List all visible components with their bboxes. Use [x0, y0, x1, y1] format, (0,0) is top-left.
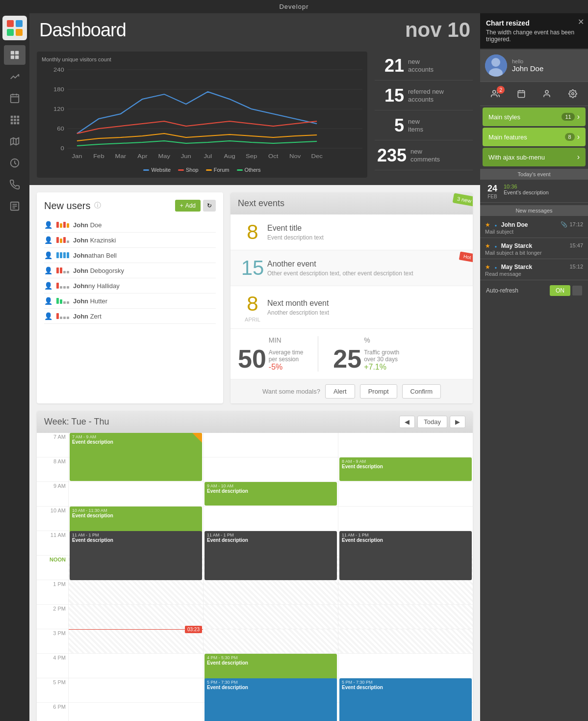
person-icon-btn[interactable]	[537, 86, 556, 102]
event-title: Event title	[267, 224, 465, 233]
event-number: 8	[238, 220, 267, 244]
list-item[interactable]: 👤 John Krazinski	[44, 233, 216, 248]
user-bars	[56, 298, 69, 304]
message-item[interactable]: ★ ● John Doe 📎 17:12 Mail subject	[480, 217, 588, 238]
todays-event-item: 24 FEB 10:36 Event's description	[480, 181, 588, 203]
alert-button[interactable]: Alert	[325, 384, 355, 399]
prev-button[interactable]: ◀	[399, 416, 415, 428]
svg-text:60: 60	[57, 126, 64, 132]
sidebar-item-chart[interactable]	[4, 67, 26, 86]
divider	[318, 336, 318, 372]
sender-name: May Starck	[501, 242, 532, 249]
time-slot: 10 AM	[37, 507, 68, 531]
sidebar-item-note[interactable]	[4, 196, 26, 216]
star-icon: ★	[485, 264, 490, 270]
event-month: FEB	[485, 194, 500, 199]
close-icon[interactable]: ✕	[578, 17, 584, 27]
sidebar-logo[interactable]	[2, 16, 27, 40]
list-item[interactable]: 👤 John Debogorsky	[44, 263, 216, 278]
time-indicator: 03:23	[185, 626, 202, 633]
event-title: Event description	[207, 537, 334, 543]
event-desc: Event's description	[504, 189, 549, 195]
messages-header: New messages	[480, 205, 588, 216]
message-subject: Read message	[485, 271, 583, 277]
calendar-event[interactable]: 11 AM - 1 PM Event description	[70, 531, 202, 580]
calendar-event[interactable]: 9 AM - 10 AM Event description	[205, 482, 337, 506]
stat-accounts-label: newaccounts	[408, 58, 434, 73]
traffic-change: +7.1%	[364, 363, 399, 372]
calendar-event[interactable]: 11 AM - 1 PM Event description	[339, 531, 472, 580]
cal-slot	[338, 580, 473, 605]
settings-icon-btn[interactable]	[563, 86, 582, 102]
menu-badge: 11	[562, 113, 574, 121]
chart-legend: Website Shop Forum Others	[42, 167, 362, 173]
svg-text:120: 120	[53, 107, 64, 112]
event-title: Event description	[207, 685, 334, 690]
menu-item-main-features[interactable]: Main features 8 ›	[483, 128, 586, 146]
chevron-right-icon: ›	[577, 153, 580, 161]
calendar-icon-btn[interactable]	[512, 86, 531, 102]
user-list: 👤 John Doe 👤	[44, 217, 216, 324]
list-item[interactable]: 👤 Johnny Halliday	[44, 278, 216, 294]
svg-rect-14	[17, 116, 20, 118]
user-hello: hello	[512, 58, 543, 64]
list-item[interactable]: 👤 John Zert	[44, 309, 216, 324]
confirm-button[interactable]: Confirm	[402, 384, 441, 399]
calendar-event[interactable]: 8 AM - 9 AM Event description	[339, 457, 472, 481]
bar	[60, 223, 62, 228]
svg-marker-21	[11, 138, 19, 145]
time-slot: 1 PM	[37, 580, 68, 605]
users-icon-btn[interactable]: 2	[486, 86, 505, 102]
event-time: 10 AM - 11:30 AM	[72, 508, 200, 513]
refresh-button[interactable]: ↻	[203, 200, 216, 212]
sidebar-item-grid[interactable]	[4, 110, 26, 130]
events-panel: Next events 3 new 8 Event title Event de…	[230, 192, 473, 403]
calendar-event[interactable]: 5 PM - 7:30 PM Event description	[339, 678, 472, 721]
sidebar-item-dashboard[interactable]	[4, 45, 26, 65]
person-icon: 👤	[44, 297, 52, 305]
menu-item-main-styles[interactable]: Main styles 11 ›	[483, 107, 586, 126]
day-col-tue: 03:23 7 AM - 9 AM Event description	[69, 433, 204, 721]
legend-website-dot	[143, 169, 149, 171]
info-icon[interactable]: ⓘ	[94, 201, 101, 210]
auto-refresh-toggle[interactable]: ON	[550, 285, 570, 296]
star-icon: ★	[485, 242, 490, 249]
next-button[interactable]: ▶	[450, 416, 465, 428]
user-bars	[56, 267, 69, 273]
calendar-event[interactable]: 5 PM - 7:30 PM Event description	[205, 678, 337, 721]
event-title: Event description	[207, 488, 334, 494]
sidebar-item-clock[interactable]	[4, 153, 26, 173]
list-item[interactable]: 👤 John Hutter	[44, 294, 216, 309]
header-title: Dashboard	[39, 20, 126, 41]
today-button[interactable]: Today	[417, 416, 447, 428]
svg-rect-17	[17, 119, 20, 121]
dot-icon: ●	[494, 244, 497, 249]
svg-text:Sep: Sep	[246, 154, 257, 159]
time-value: 50	[238, 346, 266, 372]
user-profile: hello John Doe	[480, 50, 588, 81]
sidebar-item-map[interactable]	[4, 132, 26, 151]
toggle-slider[interactable]	[572, 286, 582, 295]
bar	[67, 271, 69, 273]
time-unit: MIN	[269, 336, 303, 344]
list-item[interactable]: 👤 Johnathan Bell	[44, 248, 216, 263]
legend-shop: Shop	[178, 167, 199, 173]
event-month-label: APRIL	[238, 317, 267, 322]
calendar-event[interactable]: 7 AM - 9 AM Event description	[70, 433, 202, 481]
svg-text:May: May	[158, 154, 170, 159]
todays-event-header: Today's event	[480, 169, 588, 180]
svg-rect-18	[11, 122, 13, 125]
cal-slot	[204, 580, 338, 605]
sidebar-item-phone[interactable]	[4, 175, 26, 194]
bar	[56, 222, 59, 228]
menu-item-ajax-sub-menu[interactable]: With ajax sub-menu ›	[483, 148, 586, 166]
svg-text:Jun: Jun	[181, 154, 191, 159]
message-item[interactable]: ★ ● May Starck 15:12 Read message	[480, 259, 588, 280]
calendar-event[interactable]: 11 AM - 1 PM Event description	[205, 531, 337, 580]
list-item[interactable]: 👤 John Doe	[44, 217, 216, 233]
add-button[interactable]: + Add	[175, 200, 201, 212]
event-title: Event description	[72, 439, 200, 445]
message-item[interactable]: ★ ● May Starck 15:47 Mail subject a bit …	[480, 238, 588, 259]
sidebar-item-calendar[interactable]	[4, 88, 26, 108]
prompt-button[interactable]: Prompt	[360, 384, 397, 399]
